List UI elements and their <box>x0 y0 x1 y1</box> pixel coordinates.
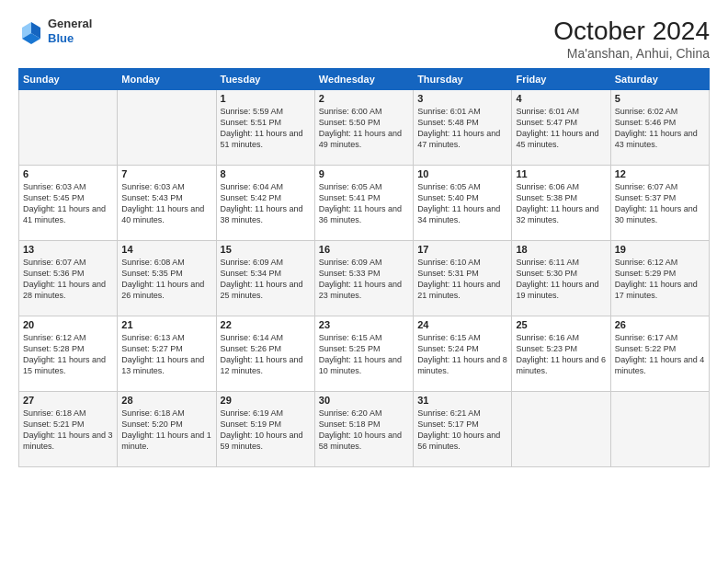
day-number: 5 <box>615 93 705 104</box>
calendar-cell: 30Sunrise: 6:20 AM Sunset: 5:18 PM Dayli… <box>314 392 413 467</box>
day-number: 15 <box>221 244 311 255</box>
day-info: Sunrise: 6:20 AM Sunset: 5:18 PM Dayligh… <box>319 408 409 453</box>
calendar-cell: 24Sunrise: 6:15 AM Sunset: 5:24 PM Dayli… <box>414 316 512 392</box>
day-number: 12 <box>615 168 705 179</box>
calendar-cell: 13Sunrise: 6:07 AM Sunset: 5:36 PM Dayli… <box>19 241 118 316</box>
day-info: Sunrise: 6:02 AM Sunset: 5:46 PM Dayligh… <box>615 106 705 151</box>
day-number: 17 <box>417 244 507 255</box>
day-info: Sunrise: 6:03 AM Sunset: 5:45 PM Dayligh… <box>23 181 113 226</box>
day-number: 28 <box>121 395 211 406</box>
calendar-cell: 7Sunrise: 6:03 AM Sunset: 5:43 PM Daylig… <box>118 166 216 241</box>
day-number: 19 <box>615 244 705 255</box>
calendar-cell: 23Sunrise: 6:15 AM Sunset: 5:25 PM Dayli… <box>314 316 413 392</box>
calendar-body: 1Sunrise: 5:59 AM Sunset: 5:51 PM Daylig… <box>19 90 710 467</box>
day-number: 25 <box>516 319 606 330</box>
calendar-cell <box>19 90 118 166</box>
day-number: 16 <box>319 244 409 255</box>
day-info: Sunrise: 6:06 AM Sunset: 5:38 PM Dayligh… <box>516 181 606 226</box>
week-row-1: 6Sunrise: 6:03 AM Sunset: 5:45 PM Daylig… <box>19 166 710 241</box>
day-info: Sunrise: 6:19 AM Sunset: 5:19 PM Dayligh… <box>221 408 311 453</box>
day-number: 23 <box>319 319 409 330</box>
title-block: October 2024 Ma'anshan, Anhui, China <box>553 17 710 61</box>
day-info: Sunrise: 6:18 AM Sunset: 5:21 PM Dayligh… <box>23 408 113 453</box>
day-info: Sunrise: 6:10 AM Sunset: 5:31 PM Dayligh… <box>417 257 507 302</box>
calendar-cell: 11Sunrise: 6:06 AM Sunset: 5:38 PM Dayli… <box>512 166 610 241</box>
calendar-cell <box>118 90 216 166</box>
day-number: 18 <box>516 244 606 255</box>
day-info: Sunrise: 6:05 AM Sunset: 5:40 PM Dayligh… <box>417 181 507 226</box>
day-info: Sunrise: 6:07 AM Sunset: 5:37 PM Dayligh… <box>615 181 705 226</box>
calendar-cell: 9Sunrise: 6:05 AM Sunset: 5:41 PM Daylig… <box>314 166 413 241</box>
calendar-cell: 25Sunrise: 6:16 AM Sunset: 5:23 PM Dayli… <box>512 316 610 392</box>
calendar-cell: 21Sunrise: 6:13 AM Sunset: 5:27 PM Dayli… <box>118 316 216 392</box>
calendar-cell: 10Sunrise: 6:05 AM Sunset: 5:40 PM Dayli… <box>414 166 512 241</box>
calendar-cell: 17Sunrise: 6:10 AM Sunset: 5:31 PM Dayli… <box>414 241 512 316</box>
header-friday: Friday <box>512 69 610 90</box>
day-number: 24 <box>417 319 507 330</box>
day-number: 7 <box>121 168 211 179</box>
day-info: Sunrise: 6:03 AM Sunset: 5:43 PM Dayligh… <box>121 181 211 226</box>
day-number: 8 <box>221 168 311 179</box>
day-info: Sunrise: 6:12 AM Sunset: 5:29 PM Dayligh… <box>615 257 705 302</box>
calendar-cell: 3Sunrise: 6:01 AM Sunset: 5:48 PM Daylig… <box>414 90 512 166</box>
calendar-cell: 26Sunrise: 6:17 AM Sunset: 5:22 PM Dayli… <box>610 316 709 392</box>
calendar-cell: 22Sunrise: 6:14 AM Sunset: 5:26 PM Dayli… <box>216 316 314 392</box>
calendar-cell <box>610 392 709 467</box>
logo: General Blue <box>18 17 92 45</box>
day-info: Sunrise: 6:18 AM Sunset: 5:20 PM Dayligh… <box>121 408 211 453</box>
calendar-cell: 27Sunrise: 6:18 AM Sunset: 5:21 PM Dayli… <box>19 392 118 467</box>
calendar-cell: 5Sunrise: 6:02 AM Sunset: 5:46 PM Daylig… <box>610 90 709 166</box>
calendar-cell: 8Sunrise: 6:04 AM Sunset: 5:42 PM Daylig… <box>216 166 314 241</box>
calendar-cell: 16Sunrise: 6:09 AM Sunset: 5:33 PM Dayli… <box>314 241 413 316</box>
week-row-3: 20Sunrise: 6:12 AM Sunset: 5:28 PM Dayli… <box>19 316 710 392</box>
logo-icon <box>18 18 44 44</box>
day-number: 27 <box>23 395 113 406</box>
calendar-cell: 2Sunrise: 6:00 AM Sunset: 5:50 PM Daylig… <box>314 90 413 166</box>
header-sunday: Sunday <box>19 69 118 90</box>
day-info: Sunrise: 5:59 AM Sunset: 5:51 PM Dayligh… <box>221 106 311 151</box>
day-info: Sunrise: 6:15 AM Sunset: 5:24 PM Dayligh… <box>417 332 507 377</box>
calendar-cell: 19Sunrise: 6:12 AM Sunset: 5:29 PM Dayli… <box>610 241 709 316</box>
day-number: 9 <box>319 168 409 179</box>
calendar-cell: 18Sunrise: 6:11 AM Sunset: 5:30 PM Dayli… <box>512 241 610 316</box>
day-info: Sunrise: 6:14 AM Sunset: 5:26 PM Dayligh… <box>221 332 311 377</box>
calendar-cell: 31Sunrise: 6:21 AM Sunset: 5:17 PM Dayli… <box>414 392 512 467</box>
calendar-cell: 14Sunrise: 6:08 AM Sunset: 5:35 PM Dayli… <box>118 241 216 316</box>
day-info: Sunrise: 6:17 AM Sunset: 5:22 PM Dayligh… <box>615 332 705 377</box>
day-number: 31 <box>417 395 507 406</box>
day-number: 2 <box>319 93 409 104</box>
day-number: 21 <box>121 319 211 330</box>
calendar-cell: 15Sunrise: 6:09 AM Sunset: 5:34 PM Dayli… <box>216 241 314 316</box>
header-row: SundayMondayTuesdayWednesdayThursdayFrid… <box>19 69 710 90</box>
day-info: Sunrise: 6:16 AM Sunset: 5:23 PM Dayligh… <box>516 332 606 377</box>
header-monday: Monday <box>118 69 216 90</box>
day-info: Sunrise: 6:12 AM Sunset: 5:28 PM Dayligh… <box>23 332 113 377</box>
calendar-cell: 4Sunrise: 6:01 AM Sunset: 5:47 PM Daylig… <box>512 90 610 166</box>
day-number: 11 <box>516 168 606 179</box>
calendar-cell: 1Sunrise: 5:59 AM Sunset: 5:51 PM Daylig… <box>216 90 314 166</box>
day-number: 22 <box>221 319 311 330</box>
calendar-cell <box>512 392 610 467</box>
calendar-header: SundayMondayTuesdayWednesdayThursdayFrid… <box>19 69 710 90</box>
calendar: SundayMondayTuesdayWednesdayThursdayFrid… <box>18 68 710 467</box>
day-number: 10 <box>417 168 507 179</box>
calendar-cell: 29Sunrise: 6:19 AM Sunset: 5:19 PM Dayli… <box>216 392 314 467</box>
day-info: Sunrise: 6:01 AM Sunset: 5:48 PM Dayligh… <box>417 106 507 151</box>
calendar-cell: 12Sunrise: 6:07 AM Sunset: 5:37 PM Dayli… <box>610 166 709 241</box>
day-info: Sunrise: 6:09 AM Sunset: 5:34 PM Dayligh… <box>221 257 311 302</box>
day-info: Sunrise: 6:13 AM Sunset: 5:27 PM Dayligh… <box>121 332 211 377</box>
week-row-2: 13Sunrise: 6:07 AM Sunset: 5:36 PM Dayli… <box>19 241 710 316</box>
day-info: Sunrise: 6:07 AM Sunset: 5:36 PM Dayligh… <box>23 257 113 302</box>
month-year: October 2024 <box>553 17 710 46</box>
day-info: Sunrise: 6:05 AM Sunset: 5:41 PM Dayligh… <box>319 181 409 226</box>
week-row-0: 1Sunrise: 5:59 AM Sunset: 5:51 PM Daylig… <box>19 90 710 166</box>
day-info: Sunrise: 6:09 AM Sunset: 5:33 PM Dayligh… <box>319 257 409 302</box>
header-wednesday: Wednesday <box>314 69 413 90</box>
day-info: Sunrise: 6:15 AM Sunset: 5:25 PM Dayligh… <box>319 332 409 377</box>
day-info: Sunrise: 6:11 AM Sunset: 5:30 PM Dayligh… <box>516 257 606 302</box>
day-number: 4 <box>516 93 606 104</box>
day-number: 6 <box>23 168 113 179</box>
calendar-cell: 28Sunrise: 6:18 AM Sunset: 5:20 PM Dayli… <box>118 392 216 467</box>
day-info: Sunrise: 6:08 AM Sunset: 5:35 PM Dayligh… <box>121 257 211 302</box>
header-saturday: Saturday <box>610 69 709 90</box>
